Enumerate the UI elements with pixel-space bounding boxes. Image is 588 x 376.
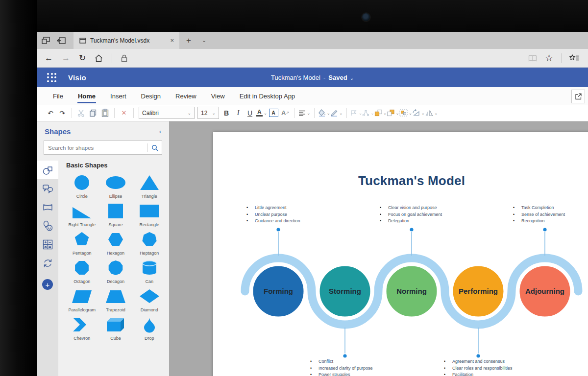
shape-ellipse[interactable]: Ellipse (99, 175, 133, 199)
rotate-shape-button[interactable]: ⌄ (412, 107, 425, 119)
add-stencil-button[interactable]: + (42, 279, 53, 290)
visio-app-bar: Visio Tuckman's Model-Saved⌄ (37, 68, 588, 87)
stage-bullets-adjourning[interactable]: •Task Completion•Sense of achievement•Re… (513, 205, 565, 225)
stage-label: Storming (329, 287, 361, 295)
document-icon (79, 38, 86, 44)
app-launcher-icon[interactable] (44, 70, 59, 85)
text-block-button[interactable]: A (268, 107, 279, 119)
browser-window: Tuckman's Model.vsdx × + ⌄ ← → ↻ ☆ (37, 32, 588, 376)
shape-drop[interactable]: Drop (132, 317, 166, 341)
stage-bullets-forming[interactable]: •Little agreement•Unclear purpose•Guidan… (246, 205, 300, 225)
italic-button[interactable]: I (232, 107, 244, 119)
device-bezel-left (0, 0, 37, 376)
bold-button[interactable]: B (220, 107, 232, 119)
drawing-page[interactable]: Tuckman's Model FormingStormingNormingPe… (213, 132, 588, 376)
fill-color-button[interactable]: ⌄ (318, 107, 331, 119)
format-toolbar: ↶ ↷ ✕ Calibri⌄ 12⌄ B I U A⌄ A A↗ (37, 105, 588, 121)
status-chevron-icon[interactable]: ⌄ (350, 75, 354, 81)
connector-dot (543, 228, 546, 231)
font-size-select[interactable]: 12⌄ (197, 107, 219, 119)
browser-nav-bar: ← → ↻ ☆ (37, 49, 588, 68)
connector-dot (343, 354, 346, 357)
shapes-panel-title: Shapes (45, 127, 71, 136)
stage-bullets-performing[interactable]: •Agreement and consensus•Clear roles and… (444, 358, 513, 376)
stencil-fun-shapes-icon[interactable] (37, 216, 58, 235)
align-text-button[interactable]: ⌄ (298, 107, 311, 119)
app-name: Visio (68, 73, 86, 82)
menu-edit-in-desktop-app[interactable]: Edit in Desktop App (232, 87, 302, 105)
shape-decagon[interactable]: Decagon (99, 260, 133, 284)
group-button[interactable]: ⌄ (399, 107, 413, 119)
menu-file[interactable]: File (46, 87, 71, 105)
shape-circle[interactable]: Circle (65, 175, 99, 199)
share-button[interactable] (571, 90, 585, 103)
stage-bullets-storming[interactable]: •Conflict•Increased clarity of purpose•P… (310, 358, 373, 376)
shape-trapezoid[interactable]: Trapezoid (99, 288, 133, 312)
search-icon[interactable] (148, 144, 162, 151)
shape-octagon[interactable]: Octagon (65, 260, 99, 284)
tab-close-icon[interactable]: × (169, 37, 175, 44)
underline-button[interactable]: U (244, 107, 256, 119)
stencil-section-title: Basic Shapes (66, 162, 166, 169)
font-color-button[interactable]: A⌄ (256, 107, 268, 119)
shape-diamond[interactable]: Diamond (132, 288, 166, 312)
add-favorite-icon[interactable]: ☆ (545, 52, 553, 64)
connection-points-button[interactable]: ⌄ (362, 107, 374, 119)
new-tab-button[interactable]: + (179, 32, 198, 49)
redo-button[interactable]: ↷ (56, 107, 68, 119)
menu-insert[interactable]: Insert (103, 87, 134, 105)
undo-button[interactable]: ↶ (45, 107, 56, 119)
paste-icon[interactable] (99, 107, 111, 119)
stencil-callouts-icon[interactable] (37, 179, 58, 198)
shapes-panel: Shapes ‹ + Basic Shapes CircleEllipseTri… (37, 121, 169, 376)
shape-pentagon[interactable]: Pentagon (65, 232, 99, 256)
tuckman-diagram: FormingStormingNormingPerformingAdjourni… (213, 132, 588, 376)
copy-icon[interactable] (87, 107, 99, 119)
refresh-button[interactable]: ↻ (79, 53, 86, 63)
collapse-panel-icon[interactable]: ‹ (159, 128, 161, 135)
nav-divider (561, 53, 562, 63)
shape-triangle[interactable]: Triangle (132, 175, 166, 199)
shape-parallelogram[interactable]: Parallelogram (65, 288, 99, 312)
shape-hexagon[interactable]: Hexagon (99, 232, 133, 256)
back-button[interactable]: ← (45, 53, 53, 63)
favorites-hub-icon[interactable] (569, 54, 579, 62)
stage-bullets-norming[interactable]: •Clear vision and purpose•Focus on goal … (380, 205, 442, 225)
home-icon[interactable] (95, 54, 103, 62)
shape-grid: CircleEllipseTriangleRight TriangleSquar… (65, 175, 166, 341)
browser-tab-active[interactable]: Tuckman's Model.vsdx × (74, 32, 179, 49)
forward-button: → (62, 53, 70, 63)
drawing-canvas[interactable]: Tuckman's Model FormingStormingNormingPe… (169, 121, 588, 376)
font-family-select[interactable]: Calibri⌄ (139, 107, 195, 119)
connector-style-button[interactable]: ⌄ (350, 107, 363, 119)
set-aside-tabs-icon[interactable] (57, 37, 66, 44)
menu-design[interactable]: Design (134, 87, 168, 105)
delete-icon[interactable]: ✕ (118, 107, 130, 119)
shape-square[interactable]: Square (99, 203, 133, 227)
bring-forward-button[interactable]: ⌄ (374, 107, 387, 119)
line-color-button[interactable]: ⌄ (330, 107, 343, 119)
shape-can[interactable]: Can (132, 260, 166, 284)
menu-view[interactable]: View (204, 87, 232, 105)
stencil-cycle-arrows-icon[interactable] (37, 254, 58, 272)
tab-list-chevron-icon[interactable]: ⌄ (198, 32, 210, 49)
send-backward-button[interactable]: ⌄ (387, 107, 399, 119)
shape-chevron[interactable]: Chevron (65, 317, 99, 341)
menu-review[interactable]: Review (168, 87, 204, 105)
save-status[interactable]: Saved (328, 74, 347, 81)
flip-shape-button[interactable]: ⌄ (425, 107, 438, 119)
menu-home[interactable]: Home (71, 87, 103, 105)
shape-heptagon[interactable]: Heptagon (132, 232, 166, 256)
stencil-math-shapes-icon[interactable] (37, 235, 58, 254)
doc-title: Tuckman's Model (271, 74, 320, 81)
shape-cube[interactable]: Cube (99, 317, 133, 341)
stencil-banners-icon[interactable] (37, 198, 58, 216)
stencil-basic-shapes-icon[interactable] (37, 161, 58, 179)
ribbon-menu-bar: FileHomeInsertDesignReviewViewEdit in De… (37, 87, 588, 105)
shape-rectangle[interactable]: Rectangle (132, 203, 166, 227)
shape-search-input[interactable] (44, 145, 147, 151)
tab-preview-icon[interactable] (42, 37, 50, 44)
grow-font-button[interactable]: A↗ (279, 107, 291, 119)
connector-dot (276, 228, 280, 231)
shape-right-triangle[interactable]: Right Triangle (65, 203, 99, 227)
